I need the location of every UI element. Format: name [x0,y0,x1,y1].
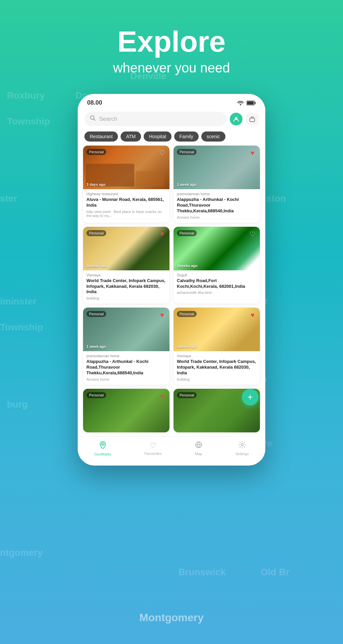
card-3-time: 2weeks ago [86,264,107,268]
chip-atm[interactable]: ATM [121,131,141,142]
svg-rect-6 [250,118,255,122]
card-8-badge: Personal [177,392,197,398]
bag-button[interactable] [246,113,259,125]
svg-rect-2 [255,102,256,104]
svg-rect-3 [247,101,254,104]
search-bar[interactable]: Search [84,112,226,126]
card-5-badge: Personal [86,311,106,317]
nav-settings[interactable]: Settings [235,441,249,456]
card-5-heart[interactable]: ♥ [157,310,167,320]
map-label: Township [0,322,43,333]
card-1-heart[interactable]: ♡ [157,148,167,158]
hero-title: Explore [0,27,343,56]
card-4-badge: Personal [177,230,197,236]
card-1-image: Personal 3 days ago ♡ [83,146,169,189]
card-2-badge: Personal [177,149,197,155]
card-5-image: Personal 1 week ago ♥ [83,308,169,351]
phone-mockup: 08.00 Search [78,94,265,466]
card-4-body: Segull Calvathy Road,Fort Kochi,Kochi,Ke… [174,270,260,298]
search-placeholder: Search [99,116,221,122]
nav-geomarks[interactable]: GeoMarks [94,441,112,456]
card-6-image: Personal 2weeks ago ♥ [174,308,260,351]
card-6-badge: Personal [177,311,197,317]
nav-settings-label: Settings [235,452,249,456]
geomarks-icon [99,441,107,451]
nav-map-label: Map [195,452,202,456]
card-5-title: Alappuzha - Arthunkal - Kochi Road,Thura… [86,359,166,376]
card-3-title: World Trade Center, Infopark Campus, Inf… [86,278,166,295]
card-4-heart[interactable]: ♡ [248,229,257,239]
map-label: Township [7,116,50,127]
map-label: Old Br [261,567,289,578]
status-bar: 08.00 [78,94,265,109]
svg-point-10 [241,444,243,446]
card-7-heart[interactable]: ♥ [157,391,167,401]
card-3-subtitle: Vismaya [86,273,166,277]
card-2-heart[interactable]: ♥ [248,148,257,158]
card-1-badge: Personal [86,149,106,155]
card-3[interactable]: Personal 2weeks ago ♥ Vismaya World Trad… [83,227,169,304]
card-6-time: 2weeks ago [177,344,198,348]
nav-geomarks-label: GeoMarks [94,452,112,456]
card-3-body: Vismaya World Trade Center, Infopark Cam… [83,270,169,304]
card-3-desc: building [86,296,166,300]
map-label: Brunswick [178,567,226,578]
card-3-heart[interactable]: ♥ [157,229,167,239]
card-1-body: Highway restaurant Aluva - Munnar Road, … [83,189,169,221]
card-4-desc: acharavedik itha best .. [177,290,257,294]
cards-grid: Personal 3 days ago ♡ Highway restaurant… [78,146,265,432]
card-6-body: Vismaya World Trade Center, Infopark Cam… [174,351,260,385]
card-2-desc: Annans home [177,215,257,219]
card-6[interactable]: Personal 2weeks ago ♥ Vismaya World Trad… [174,308,260,385]
card-7-image: Personal ♥ [83,389,169,432]
card-1-title: Aluva - Munnar Road, Kerala, 685561, Ind… [86,197,166,208]
card-6-desc: building [177,377,257,381]
bottom-label-montgomery: Montgomery [0,611,343,624]
search-icon [90,115,96,123]
card-1[interactable]: Personal 3 days ago ♡ Highway restaurant… [83,146,169,223]
nav-favourites[interactable]: ♡ Favourites [144,441,161,455]
card-4-image: Personal 2weeks ago ♡ [174,227,260,270]
bottom-page-text: Montgomery [0,611,343,624]
card-2-subtitle: pramodannan home [177,192,257,196]
nav-map[interactable]: Map [195,441,202,456]
card-7-badge: Personal [86,392,106,398]
svg-point-0 [240,104,241,105]
card-6-heart[interactable]: ♥ [248,310,257,320]
map-label: burg [7,399,27,410]
card-5[interactable]: Personal 1 week ago ♥ pramodannan home A… [83,308,169,385]
card-4-time: 2weeks ago [177,264,198,268]
map-label: iminster [0,296,37,307]
card-1-time: 3 days ago [86,182,106,186]
chip-scenic[interactable]: scenic [201,131,225,142]
chip-restaurant[interactable]: Restaurant [84,131,118,142]
status-time: 08.00 [87,99,102,106]
card-5-desc: Annans home [86,377,166,381]
chip-hospital[interactable]: Hospital [144,131,172,142]
card-1-desc: kidu view point . Best place to have sna… [86,210,166,218]
card-6-title: World Trade Center, Infopark Campus, Inf… [177,359,257,376]
card-6-subtitle: Vismaya [177,354,257,358]
nav-favourites-label: Favourites [144,451,161,455]
map-label: Roxbury [7,90,45,101]
card-2-body: pramodannan home Alappuzha - Arthunkal -… [174,189,260,223]
map-icon [195,441,202,450]
favourites-icon: ♡ [150,441,156,450]
card-2[interactable]: Personal 1 week ago ♥ pramodannan home A… [174,146,260,223]
card-3-badge: Personal [86,230,106,236]
card-3-image: Personal 2weeks ago ♥ [83,227,169,270]
user-avatar-button[interactable] [230,113,243,125]
fab-add-button[interactable]: + [242,389,259,406]
settings-icon [238,441,246,450]
chip-family[interactable]: Family [174,131,199,142]
card-4-title: Calvathy Road,Fort Kochi,Kochi,Kerala, 6… [177,278,257,289]
card-2-title: Alappuzha - Arthunkal - Kochi Road,Thura… [177,197,257,214]
card-5-body: pramodannan home Alappuzha - Arthunkal -… [83,351,169,385]
card-2-image: Personal 1 week ago ♥ [174,146,260,189]
hero-subtitle: whenever you need [0,60,343,75]
map-label: ster [0,193,17,204]
wifi-icon [237,101,244,105]
card-4[interactable]: Personal 2weeks ago ♡ Segull Calvathy Ro… [174,227,260,304]
card-7[interactable]: Personal ♥ [83,389,169,432]
battery-icon [247,101,256,105]
